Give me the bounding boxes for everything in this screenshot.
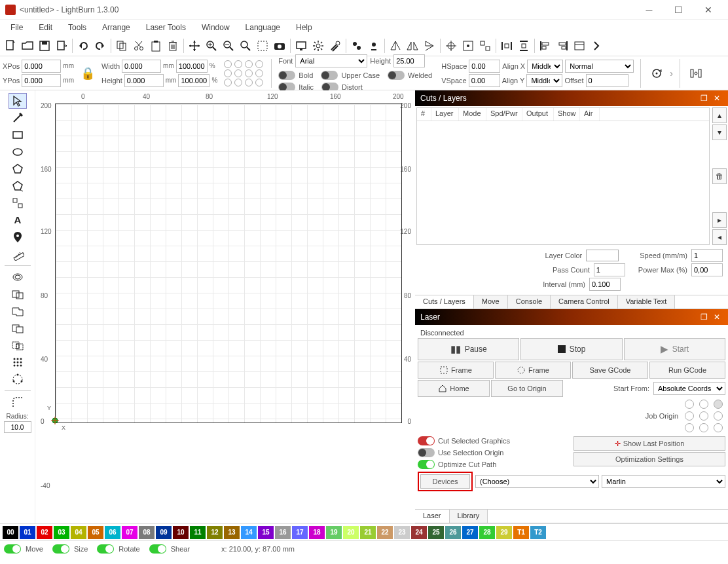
menu-tools[interactable]: Tools [60, 20, 94, 35]
offset-input[interactable] [586, 74, 628, 87]
palette-swatch-12[interactable]: 12 [207, 526, 223, 539]
palette-swatch-16[interactable]: 16 [275, 526, 291, 539]
show-last-position-button[interactable]: ✛Show Last Position [573, 436, 725, 451]
tab-move[interactable]: Move [474, 295, 508, 309]
xpos-input[interactable] [22, 60, 61, 73]
undock-laser-icon[interactable]: ❐ [698, 311, 710, 323]
copy-icon[interactable] [114, 38, 130, 54]
ungroup-icon[interactable] [366, 38, 382, 54]
palette-swatch-10[interactable]: 10 [173, 526, 189, 539]
distribute-h-icon[interactable] [499, 38, 515, 54]
undo-icon[interactable] [75, 38, 91, 54]
save-gcode-button[interactable]: Save GCode [572, 362, 648, 379]
cut-selected-toggle[interactable] [418, 436, 435, 445]
preview-icon[interactable] [293, 38, 309, 54]
move-toggle[interactable] [4, 544, 21, 554]
start-from-select[interactable]: Absolute Coords [653, 382, 725, 395]
palette-swatch-29[interactable]: 29 [496, 526, 512, 539]
align-page-icon[interactable] [460, 38, 476, 54]
palette-swatch-01[interactable]: 01 [20, 526, 35, 539]
corner-radius-tool[interactable] [9, 394, 27, 410]
frame-rect-button[interactable]: Frame [418, 362, 494, 379]
layer-left-button[interactable]: ◂ [712, 229, 727, 245]
boolean-subtract-tool[interactable] [9, 320, 27, 336]
powermax-input[interactable] [691, 263, 723, 276]
text-tool[interactable]: A [9, 212, 27, 228]
palette-swatch-13[interactable]: 13 [224, 526, 240, 539]
workspace-grid[interactable] [55, 103, 402, 423]
palette-swatch-26[interactable]: 26 [445, 526, 461, 539]
palette-swatch-19[interactable]: 19 [326, 526, 342, 539]
passcount-input[interactable] [594, 263, 625, 276]
zoom-out-icon[interactable] [221, 38, 236, 54]
group-icon[interactable] [349, 38, 365, 54]
menu-laser-tools[interactable]: Laser Tools [138, 20, 194, 35]
text-mode-select[interactable]: Normal [565, 60, 634, 73]
menu-edit[interactable]: Edit [31, 20, 60, 35]
font-select[interactable]: Arial [295, 54, 367, 67]
align-center-icon[interactable] [443, 38, 459, 54]
palette-swatch-07[interactable]: 07 [122, 526, 137, 539]
close-panel-icon[interactable]: ✕ [711, 92, 723, 104]
mirror-icon[interactable] [405, 38, 420, 54]
palette-swatch-20[interactable]: 20 [343, 526, 359, 539]
devices-button[interactable]: Devices [420, 474, 470, 489]
tab-console[interactable]: Console [508, 295, 551, 309]
redo-icon[interactable] [92, 38, 108, 54]
rotary-icon[interactable] [647, 64, 666, 83]
chevron-right-icon[interactable]: › [670, 68, 673, 79]
new-icon[interactable] [3, 38, 18, 54]
flip-h-icon[interactable] [388, 38, 403, 54]
ypos-input[interactable] [22, 74, 61, 87]
size-toggle[interactable] [52, 544, 69, 554]
pause-button[interactable]: ▮▮Pause [418, 338, 519, 360]
home-button[interactable]: Home [418, 380, 490, 397]
palette-swatch-24[interactable]: 24 [411, 526, 427, 539]
palette-swatch-02[interactable]: 02 [37, 526, 52, 539]
font-height-input[interactable] [393, 54, 425, 67]
palette-swatch-T2[interactable]: T2 [530, 526, 546, 539]
palette-swatch-08[interactable]: 08 [139, 526, 155, 539]
job-origin-grid[interactable] [685, 400, 725, 432]
close-button[interactable]: ✕ [693, 1, 723, 19]
layer-up-button[interactable]: ▴ [712, 107, 727, 123]
delete-icon[interactable] [165, 38, 181, 54]
frame-selection-icon[interactable] [255, 38, 270, 54]
height-input[interactable] [124, 74, 164, 87]
device-settings-icon[interactable] [327, 38, 343, 54]
palette-swatch-09[interactable]: 09 [156, 526, 172, 539]
palette-swatch-17[interactable]: 17 [292, 526, 308, 539]
menu-arrange[interactable]: Arrange [94, 20, 138, 35]
run-gcode-button[interactable]: Run GCode [649, 362, 725, 379]
ellipse-tool[interactable] [9, 144, 27, 160]
cuts-layers-table[interactable]: # Layer Mode Spd/Pwr Output Show Air [416, 107, 710, 245]
hspace-input[interactable] [469, 60, 500, 73]
welded-toggle[interactable] [388, 71, 405, 80]
maximize-button[interactable]: ☐ [664, 1, 693, 19]
menu-language[interactable]: Language [238, 20, 288, 35]
menu-help[interactable]: Help [288, 20, 320, 35]
layer-color-swatch[interactable] [586, 250, 619, 261]
optimize-cut-toggle[interactable] [418, 460, 435, 469]
palette-swatch-05[interactable]: 05 [88, 526, 103, 539]
distribute-v-icon[interactable] [516, 38, 532, 54]
palette-swatch-T1[interactable]: T1 [513, 526, 529, 539]
palette-swatch-04[interactable]: 04 [71, 526, 86, 539]
pan-icon[interactable] [187, 38, 202, 54]
boolean-union-tool[interactable] [9, 303, 27, 319]
menu-file[interactable]: File [3, 20, 31, 35]
open-icon[interactable] [20, 38, 35, 54]
alignx-select[interactable]: Middle [527, 60, 563, 73]
use-sel-origin-toggle[interactable] [418, 448, 435, 457]
palette-swatch-06[interactable]: 06 [105, 526, 120, 539]
settings-icon[interactable] [310, 38, 326, 54]
weld-tool[interactable] [9, 286, 27, 302]
height-pct-input[interactable] [178, 74, 209, 87]
rotate-toggle[interactable] [97, 544, 114, 554]
interval-input[interactable] [589, 278, 621, 291]
go-origin-button[interactable]: Go to Origin [491, 380, 563, 397]
chevron-right-icon[interactable] [589, 38, 604, 54]
palette-swatch-11[interactable]: 11 [190, 526, 206, 539]
tab-cuts-layers[interactable]: Cuts / Layers [415, 295, 474, 309]
optimization-settings-button[interactable]: Optimization Settings [573, 452, 725, 466]
